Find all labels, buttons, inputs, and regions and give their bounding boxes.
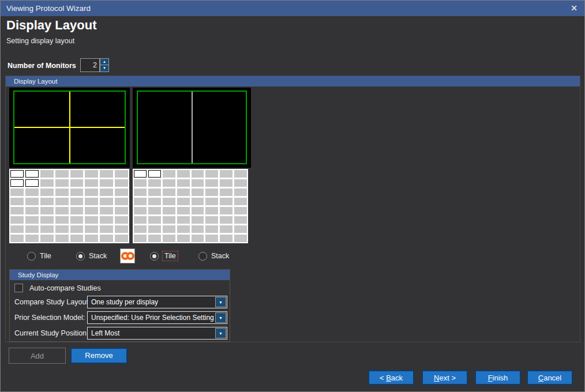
back-button[interactable]: < Back [368,370,414,385]
grid-cell[interactable] [134,225,147,233]
grid-cell[interactable] [192,207,204,214]
grid-cell[interactable] [148,189,161,196]
grid-cell[interactable] [220,189,232,196]
grid-cell[interactable] [40,189,54,196]
grid-cell[interactable] [10,235,24,242]
spinner-up-icon[interactable]: ▲ [100,59,108,65]
monitor2-tile-radio[interactable]: Tile [150,251,178,261]
link-displays-icon[interactable] [120,248,135,263]
grid-cell[interactable] [220,225,232,233]
finish-button[interactable]: Finish [475,370,521,385]
grid-cell[interactable] [205,216,218,224]
grid-cell[interactable] [205,189,218,196]
grid-cell[interactable] [163,207,175,214]
grid-cell[interactable] [192,198,204,205]
grid-cell[interactable] [70,198,84,205]
grid-cell[interactable] [220,235,232,242]
grid-cell[interactable] [70,235,84,242]
compare-study-layout-dropdown[interactable]: One study per display ▼ [87,296,227,308]
chevron-down-icon[interactable]: ▼ [215,328,226,338]
grid-cell[interactable] [55,235,69,242]
grid-cell[interactable] [234,207,247,214]
grid-cell[interactable] [100,225,113,233]
grid-cell[interactable] [40,225,54,233]
remove-button[interactable]: Remove [70,348,127,364]
grid-cell[interactable] [205,179,218,187]
grid-cell[interactable] [177,189,190,196]
grid-cell-selected[interactable] [148,170,161,178]
grid-cell[interactable] [25,235,39,242]
next-button[interactable]: Next > [422,370,468,385]
grid-cell[interactable] [40,207,54,214]
grid-cell[interactable] [25,207,39,214]
grid-cell[interactable] [192,235,204,242]
grid-cell[interactable] [25,216,39,224]
grid-cell-selected[interactable] [25,170,39,178]
grid-cell[interactable] [85,216,98,224]
number-of-monitors-input[interactable] [80,58,100,72]
grid-cell[interactable] [100,170,113,178]
grid-cell[interactable] [70,207,84,214]
grid-cell[interactable] [10,207,24,214]
grid-cell-selected[interactable] [25,179,39,187]
monitor-preview-2[interactable] [133,88,251,168]
grid-cell[interactable] [85,198,98,205]
grid-cell[interactable] [115,189,128,196]
grid-cell[interactable] [148,207,161,214]
grid-cell[interactable] [10,189,24,196]
grid-cell[interactable] [100,198,113,205]
grid-cell[interactable] [70,179,84,187]
grid-cell[interactable] [163,235,175,242]
grid-cell[interactable] [220,198,232,205]
grid-cell[interactable] [192,170,204,178]
grid-cell[interactable] [25,198,39,205]
grid-cell[interactable] [40,235,54,242]
grid-cell[interactable] [234,225,247,233]
grid-cell[interactable] [85,207,98,214]
grid-cell[interactable] [163,198,175,205]
grid-cell[interactable] [234,198,247,205]
grid-cell[interactable] [220,170,232,178]
grid-cell[interactable] [70,216,84,224]
grid-cell-selected[interactable] [10,170,24,178]
spinner-down-icon[interactable]: ▼ [100,65,108,71]
grid-cell[interactable] [55,179,69,187]
grid-cell[interactable] [115,179,128,187]
grid-cell[interactable] [40,216,54,224]
monitor1-stack-radio[interactable]: Stack [76,251,107,261]
grid-cell-selected[interactable] [10,179,24,187]
grid-cell[interactable] [205,198,218,205]
chevron-down-icon[interactable]: ▼ [215,312,226,323]
grid-cell[interactable] [70,170,84,178]
grid-cell[interactable] [205,225,218,233]
grid-cell[interactable] [55,225,69,233]
grid-cell[interactable] [10,225,24,233]
grid-cell[interactable] [205,235,218,242]
grid-cell[interactable] [220,207,232,214]
grid-cell[interactable] [148,216,161,224]
grid-cell[interactable] [100,235,113,242]
grid-cell[interactable] [115,207,128,214]
grid-cell[interactable] [40,170,54,178]
grid-cell[interactable] [192,225,204,233]
monitor1-tile-radio[interactable]: Tile [27,251,51,261]
grid-cell[interactable] [55,189,69,196]
grid-cell[interactable] [85,235,98,242]
grid-cell[interactable] [115,216,128,224]
grid-cell-selected[interactable] [134,170,147,178]
grid-cell[interactable] [55,216,69,224]
grid-cell[interactable] [177,179,190,187]
grid-cell[interactable] [40,179,54,187]
grid-cell[interactable] [134,235,147,242]
grid-cell[interactable] [205,207,218,214]
grid-cell[interactable] [115,198,128,205]
grid-cell[interactable] [234,216,247,224]
grid-cell[interactable] [148,225,161,233]
grid-cell[interactable] [134,179,147,187]
grid-cell[interactable] [163,170,175,178]
grid-cell[interactable] [134,216,147,224]
grid-cell[interactable] [134,207,147,214]
monitor-preview-1[interactable] [9,88,130,168]
grid-cell[interactable] [25,189,39,196]
grid-cell[interactable] [148,198,161,205]
